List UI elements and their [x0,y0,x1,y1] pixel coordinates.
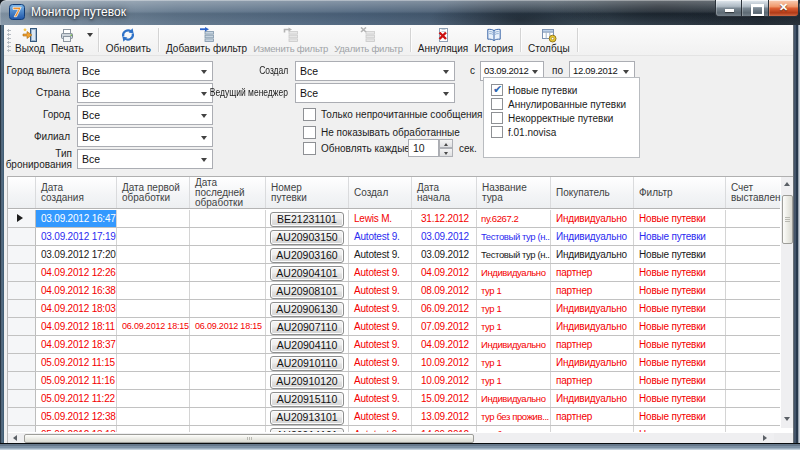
refresh-seconds-stepper[interactable] [439,139,453,157]
cell-invoice[interactable] [726,264,780,281]
cell-tour-name[interactable]: тур без прожив... [477,408,551,425]
cell-tour-name[interactable]: Тестовый тур (н... [477,228,551,245]
cell-last-processed[interactable] [190,426,266,432]
voucher-number-button[interactable]: AU20904110 [270,338,344,353]
row-selector[interactable] [8,372,36,389]
cell-filter[interactable]: Новые путевки [634,318,726,335]
table-row[interactable]: 04.09.2012 18:1106.09.2012 18:1506.09.20… [8,318,780,336]
cell-invoice[interactable] [726,210,780,227]
voucher-number-button[interactable]: AU20906130 [270,302,344,317]
row-selector[interactable] [8,282,36,299]
cell-buyer[interactable]: Индивидуально [551,390,634,407]
row-selector[interactable] [8,336,36,353]
cell-buyer[interactable]: партнер [551,408,634,425]
voucher-number-button[interactable]: AU20904101 [270,266,344,281]
cell-created[interactable]: 04.09.2012 18:11 [36,318,117,335]
cell-buyer[interactable]: Индивидуально [551,300,634,317]
voucher-type-checkbox[interactable] [491,98,503,110]
cell-invoice[interactable] [726,336,780,353]
voucher-number-button[interactable]: AU20913101 [270,410,344,425]
cell-filter[interactable]: Новые путевки [634,300,726,317]
cell-tour-name[interactable]: Индивидуально [477,336,551,353]
voucher-number-button[interactable]: BE21231101 [270,212,344,227]
column-header-created[interactable]: Дата создания [36,177,117,208]
row-selector[interactable] [8,426,36,432]
cell-first-processed[interactable] [117,426,190,432]
horizontal-scroll-thumb[interactable] [24,434,474,443]
refresh-seconds-input[interactable]: 10 [408,139,439,157]
cell-last-processed[interactable] [190,390,266,407]
table-row[interactable]: 05.09.2012 11:16AU20910120Autotest 9.10.… [8,372,780,390]
cell-buyer[interactable]: Индивидуально [551,246,634,263]
cell-first-processed[interactable] [117,210,190,227]
cell-tour-name[interactable]: ny.6267.2 [477,210,551,227]
voucher-number-button[interactable]: AU20907110 [270,320,344,335]
table-row[interactable]: 03.09.2012 17:19AU20903150Autotest 9.03.… [8,228,780,246]
column-header-creator[interactable]: Создал [349,177,412,208]
hide-processed-checkbox[interactable] [303,126,316,139]
column-header-invoice[interactable]: Счет выставлен [726,177,780,208]
cell-last-processed[interactable] [190,372,266,389]
cell-creator[interactable]: Autotest 9. [349,336,412,353]
cell-invoice[interactable] [726,300,780,317]
cell-creator[interactable]: Autotest 9. [349,282,412,299]
cell-filter[interactable]: Новые путевки [634,390,726,407]
cell-tour-name[interactable]: Тестовый тур (н... [477,246,551,263]
cell-created[interactable]: 03.09.2012 17:19 [36,228,117,245]
cell-last-processed[interactable] [190,264,266,281]
column-header-filter[interactable]: Фильтр [634,177,726,208]
cell-last-processed[interactable] [190,228,266,245]
cell-last-processed[interactable] [190,408,266,425]
row-selector[interactable] [8,354,36,371]
cell-created[interactable]: 05.09.2012 11:22 [36,390,117,407]
cell-first-processed[interactable]: 06.09.2012 18:15 [117,318,190,335]
vertical-scroll-thumb[interactable] [782,195,793,244]
cell-invoice[interactable] [726,282,780,299]
voucher-number-button[interactable]: AU20908101 [270,284,344,299]
booking-type-select[interactable]: Все [77,149,213,169]
column-header-buyer[interactable]: Покупатель [551,177,634,208]
cell-creator[interactable]: Autotest 9. [349,300,412,317]
table-row[interactable]: 05.09.2012 11:15AU20910110Autotest 9.10.… [8,354,780,372]
cell-last-processed[interactable] [190,282,266,299]
cell-buyer[interactable]: партнер [551,426,634,432]
branch-select[interactable]: Все [77,127,213,147]
cell-tour-name[interactable]: тур 1 [477,282,551,299]
cell-buyer[interactable]: партнер [551,372,634,389]
minimize-button[interactable] [715,0,742,17]
created-by-select[interactable]: Все [295,61,455,81]
voucher-number-button[interactable]: AU20910110 [270,356,344,371]
cell-tour-name[interactable]: тур 1 [477,318,551,335]
table-row[interactable]: 05.09.2012 13:13AU20914101Autotest 9.14.… [8,426,780,432]
cell-last-processed[interactable]: 06.09.2012 18:15 [190,318,266,335]
cell-start-date[interactable]: 08.09.2012 [412,282,477,299]
cell-creator[interactable]: Autotest 9. [349,318,412,335]
cell-filter[interactable]: Новые путевки [634,210,726,227]
row-selector[interactable] [8,318,36,335]
cell-creator[interactable]: Autotest 9. [349,354,412,371]
cell-first-processed[interactable] [117,408,190,425]
row-selector[interactable] [8,210,36,227]
table-row[interactable]: 03.09.2012 17:20AU20903160Autotest 9.03.… [8,246,780,264]
voucher-number-button[interactable]: AU20910120 [270,374,344,389]
cell-first-processed[interactable] [117,264,190,281]
cell-invoice[interactable] [726,408,780,425]
cell-created[interactable]: 04.09.2012 18:03 [36,300,117,317]
table-row[interactable]: 04.09.2012 12:26AU20904101Autotest 9.04.… [8,264,780,282]
cell-start-date[interactable]: 10.09.2012 [412,354,477,371]
row-selector[interactable] [8,228,36,245]
cell-buyer[interactable]: Индивидуально [551,228,634,245]
cell-creator[interactable]: Lewis M. [349,210,412,227]
cell-first-processed[interactable] [117,246,190,263]
table-row[interactable]: 05.09.2012 12:38AU20913101Autotest 9.13.… [8,408,780,426]
voucher-type-checkbox[interactable] [491,126,503,138]
cell-created[interactable]: 05.09.2012 13:13 [36,426,117,432]
unread-messages-checkbox[interactable] [303,108,316,121]
table-row[interactable]: 05.09.2012 11:22AU20915110Autotest 9.15.… [8,390,780,408]
row-selector[interactable] [8,390,36,407]
cell-start-date[interactable]: 07.09.2012 [412,318,477,335]
voucher-number-button[interactable]: AU20914101 [270,428,344,432]
cell-last-processed[interactable] [190,354,266,371]
cell-invoice[interactable] [726,426,780,432]
cell-first-processed[interactable] [117,336,190,353]
